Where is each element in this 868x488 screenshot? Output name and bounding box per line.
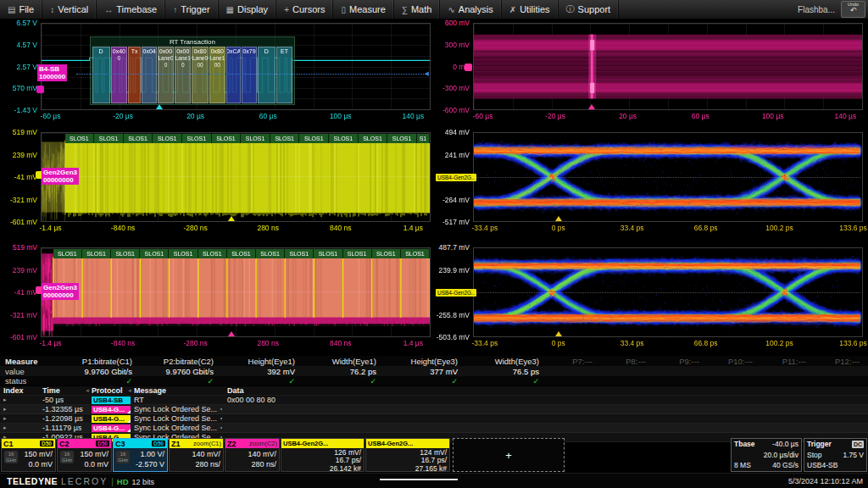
timebase-title: Tbase	[734, 439, 755, 450]
plot-eye1[interactable]	[473, 132, 863, 222]
measure-param-header[interactable]: P9:---	[654, 357, 708, 366]
trigger-time-marker	[555, 216, 562, 221]
x-tick-label: 33.4 ps	[612, 224, 653, 232]
measure-param-header[interactable]: Height(Eye1)	[222, 357, 303, 366]
decode-block-label: D	[99, 47, 103, 55]
x-tick-label: -20 µs	[535, 112, 576, 120]
decode-block-sub: 0	[118, 55, 121, 62]
descriptor-usb4gen2g-5[interactable]: USB4-Gen2G...126 mV/16.7 ps/26.142 k#	[281, 438, 364, 472]
decode-slot-label: SLOS1	[111, 249, 140, 258]
decode-block-sub: Lane1	[175, 55, 191, 62]
y-tick-label: 4.57 V	[0, 41, 37, 49]
measure-param-header[interactable]: Height(Eye3)	[385, 357, 466, 366]
measure-status-cell: ✓	[222, 377, 303, 385]
descriptor-value: 280 ns/	[170, 459, 220, 469]
timebase-offset: -40.0 µs	[772, 439, 798, 450]
decode-slot-label: SLOS1	[329, 134, 359, 143]
eye-center-line	[476, 292, 860, 293]
measure-param-header[interactable]: P12:---	[815, 357, 868, 366]
row-index-cell[interactable]: ▸4	[3, 424, 9, 432]
row-index-cell[interactable]: ▸1	[3, 396, 9, 404]
brand-lecroy: LECROY	[61, 476, 108, 486]
sort-handle-icon[interactable]: ◄	[127, 388, 132, 393]
decode-block-label: 0xCA	[226, 47, 241, 55]
row-data-cell: 0x00 00 80 80	[227, 396, 275, 404]
decode-block-sub: Lane1	[209, 55, 225, 62]
column-header-message[interactable]: Message	[134, 386, 166, 395]
decode-slot-label: SLOS1	[270, 134, 300, 143]
timebase-summary-box[interactable]: Tbase -40.0 µs 20.0 µs/div 8 MS 40 GS/s	[731, 438, 802, 472]
measure-param-header[interactable]: Width(Eye1)	[303, 357, 385, 366]
sb-offset-marker	[36, 86, 44, 93]
y-tick-label: -255.8 mV	[434, 311, 470, 319]
x-tick-label: 100 µs	[753, 112, 793, 120]
descriptor-id: USB4-Gen2G...	[368, 440, 413, 447]
column-header-protocol[interactable]: Protocol	[92, 386, 123, 395]
trigger-summary-box[interactable]: Trigger DC Stop 1.75 V USB4-SB	[804, 438, 867, 472]
decode-slot-label: SLOS1	[65, 134, 95, 143]
column-header-data[interactable]: Data	[227, 386, 244, 395]
measure-param-header[interactable]: P8:---	[601, 357, 654, 366]
decode-block: 0x80Lane100	[209, 47, 225, 103]
descriptor-id: Z2	[227, 440, 236, 448]
decode-slot-label: SLOS1	[140, 249, 169, 258]
protocol-row[interactable]: ▸3-1.22098 µsUSB4-G...Sync Lock Ordered …	[0, 414, 868, 424]
measure-param-header[interactable]: P10:---	[708, 357, 761, 366]
descriptor-c3-2[interactable]: C3D5016GHz1.00 V/-2.570 V	[113, 438, 168, 472]
measure-param-header[interactable]: P1:bitrate(C1)	[59, 357, 141, 366]
column-header-time[interactable]: Time	[42, 386, 60, 395]
protocol-row[interactable]: ▸4-1.11179 µsUSB4-G...Sync Lock Ordered …	[0, 424, 868, 433]
trace-tag-usb4-gen2: USB4-Gen2G..	[436, 289, 476, 297]
descriptor-c2-1[interactable]: C2D5016GHz150 mV/0.0 mV	[57, 438, 112, 472]
plot-z2[interactable]: SLOS1SLOS1SLOS1SLOS1SLOS1SLOS1SLOS1SLOS1…	[41, 247, 431, 337]
protocol-row[interactable]: ▸1-50 µsUSB4-SBRT0x00 00 80 80	[0, 396, 868, 405]
measure-status-cell: ✓	[385, 377, 466, 385]
descriptor-id: USB4-Gen2G...	[283, 440, 328, 447]
plot-eye3[interactable]	[473, 247, 863, 337]
trigger-time-marker	[228, 331, 235, 336]
decode-block-sub: 00	[214, 62, 220, 69]
protocol-results-table: IndexTimeProtocolMessageData◄◄▸1-50 µsUS…	[0, 386, 868, 437]
protocol-row[interactable]: ▸2-1.32355 µsUSB4-G...Sync Lock Ordered …	[0, 405, 868, 414]
decode-slot-label: SLOS1	[227, 249, 256, 258]
plot-c2band[interactable]	[473, 23, 863, 110]
decode-slot-label: SLOS1	[212, 134, 242, 143]
descriptor-c1-0[interactable]: C1D5016GHz150 mV/0.0 mV	[1, 438, 56, 472]
plot-sb[interactable]: ◀RT TransactionD0x400Tx0x040x00Lane000x0…	[41, 23, 431, 110]
decode-slot-label: SLOS1	[256, 249, 285, 258]
x-tick-label: -1.4 µs	[31, 224, 71, 232]
decode-slot-label: SLOS1	[241, 134, 270, 143]
bandwidth-chip-line: GHz	[6, 458, 16, 463]
row-index-cell[interactable]: ▸2	[3, 405, 9, 413]
decode-block: 0x79	[242, 47, 256, 103]
measure-param-header[interactable]: P11:---	[761, 357, 815, 366]
measure-status-cell: ✓	[303, 377, 385, 385]
waveform-c2band[interactable]	[474, 24, 862, 109]
y-tick-label: -321 mV	[0, 196, 37, 204]
offset-dotted-line	[65, 176, 428, 177]
measure-value-cell: 76.2 ps	[303, 367, 385, 376]
descriptor-usb4gen2g-6[interactable]: USB4-Gen2G...124 mV/16.7 ps/27.165 k#	[365, 438, 450, 472]
measure-param-header[interactable]: P2:bitrate(C2)	[141, 357, 222, 366]
decoder-label-line2: 1000000	[39, 73, 65, 80]
x-tick-label: -840 ns	[103, 224, 143, 232]
descriptor-z2-4[interactable]: Z2zoom(C2)140 mV/280 ns/	[225, 438, 280, 472]
decode-blocks-row: D0x400Tx0x040x00Lane000x00Lane100x80Lane…	[91, 47, 294, 103]
sort-handle-icon[interactable]: ◄	[85, 388, 90, 393]
descriptor-z1-3[interactable]: Z1zoom(C1)140 mV/280 ns/	[169, 438, 224, 472]
measure-param-header[interactable]: P7:---	[548, 357, 601, 366]
row-index-cell[interactable]: ▸3	[3, 414, 9, 423]
x-tick-label: 66.8 ps	[686, 339, 726, 347]
measure-param-header[interactable]: Width(Eye3)	[466, 357, 548, 366]
descriptor-value: 280 ns/	[225, 459, 276, 469]
decode-slot-label: SLOS1	[372, 249, 401, 258]
column-header-index[interactable]: Index	[3, 386, 24, 395]
expand-arrow-icon: ▸	[3, 424, 7, 432]
plot-z1[interactable]: SLOS1SLOS1SLOS1SLOS1SLOS1SLOS1SLOS1SLOS1…	[41, 132, 431, 222]
x-tick-label: 100 µs	[320, 112, 361, 120]
decode-transaction-title: RT Transaction	[91, 37, 294, 47]
decoder-label-line1: Gen2Gen3	[43, 169, 77, 176]
row-time-cell: -1.32355 µs	[42, 405, 83, 413]
decode-slot-label: SLOS1	[124, 134, 153, 143]
add-trace-box[interactable]: +	[453, 438, 565, 472]
